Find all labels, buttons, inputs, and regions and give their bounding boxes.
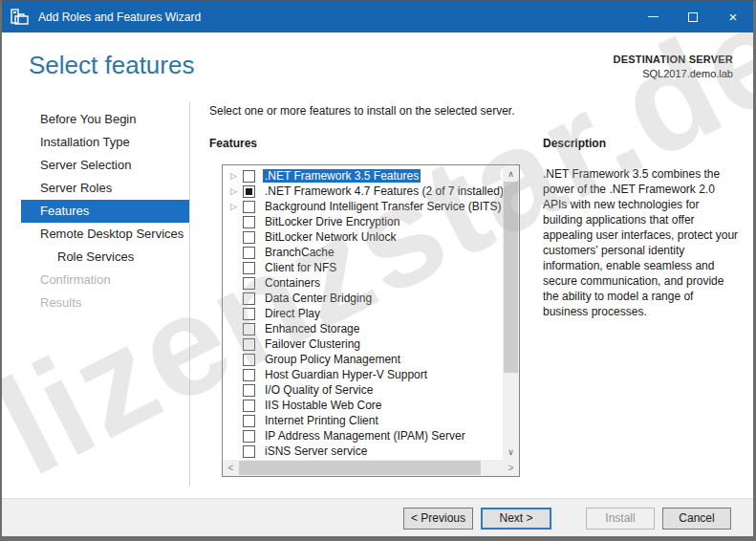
- expand-icon[interactable]: ▷: [227, 202, 240, 211]
- vertical-scrollbar[interactable]: ∧ ∨: [503, 165, 519, 460]
- sidebar-divider: [189, 102, 190, 487]
- description-heading: Description: [543, 137, 741, 150]
- feature-row-direct-play[interactable]: Direct Play: [223, 306, 503, 321]
- feature-label: BitLocker Drive Encryption: [263, 215, 401, 228]
- features-list: ▷.NET Framework 3.5 Features▷.NET Framew…: [223, 165, 503, 460]
- wizard-steps-sidebar: Before You BeginInstallation TypeServer …: [21, 108, 189, 314]
- feature-checkbox[interactable]: [243, 185, 255, 198]
- feature-label: Internet Printing Client: [263, 414, 380, 427]
- feature-label: Containers: [263, 276, 322, 290]
- description-body: .NET Framework 3.5 combines the power of…: [543, 166, 741, 319]
- feature-row-host-guardian-hyper-v-support[interactable]: Host Guardian Hyper-V Support: [223, 367, 503, 382]
- horizontal-scrollbar-thumb[interactable]: [239, 461, 481, 475]
- instruction-text: Select one or more features to install o…: [209, 104, 515, 118]
- feature-checkbox[interactable]: [243, 292, 255, 305]
- sidebar-item-role-services[interactable]: Role Services: [21, 246, 189, 269]
- feature-row-net-framework-4-7-features-2-of-7-installed[interactable]: ▷.NET Framework 4.7 Features (2 of 7 ins…: [223, 184, 503, 199]
- feature-label: .NET Framework 4.7 Features (2 of 7 inst…: [263, 184, 503, 198]
- scroll-left-icon[interactable]: <: [223, 460, 239, 476]
- minimize-button[interactable]: [633, 1, 673, 32]
- wizard-window: Add Roles and Features Wizard × Select f…: [0, 0, 756, 541]
- feature-row-internet-printing-client[interactable]: Internet Printing Client: [223, 413, 503, 428]
- feature-checkbox[interactable]: [243, 445, 255, 458]
- features-listbox: ▷.NET Framework 3.5 Features▷.NET Framew…: [222, 164, 520, 477]
- feature-row-branchcache[interactable]: BranchCache: [223, 245, 503, 260]
- feature-row-data-center-bridging[interactable]: Data Center Bridging: [223, 291, 503, 306]
- scroll-up-icon[interactable]: ∧: [503, 165, 519, 182]
- cancel-button[interactable]: Cancel: [662, 508, 731, 530]
- feature-label: BranchCache: [263, 246, 336, 259]
- feature-checkbox[interactable]: [243, 247, 255, 259]
- feature-row-enhanced-storage[interactable]: Enhanced Storage: [223, 321, 503, 336]
- sidebar-item-installation-type[interactable]: Installation Type: [21, 131, 189, 154]
- destination-server-name: SQL2017.demo.lab: [614, 68, 733, 79]
- feature-row-i-o-quality-of-service[interactable]: I/O Quality of Service: [223, 382, 503, 398]
- feature-row-ip-address-management-ipam-server[interactable]: IP Address Management (IPAM) Server: [223, 428, 503, 444]
- sidebar-item-confirmation: Confirmation: [21, 269, 189, 292]
- sidebar-item-features[interactable]: Features: [21, 200, 189, 223]
- feature-row-client-for-nfs[interactable]: Client for NFS: [223, 260, 503, 275]
- feature-checkbox[interactable]: [243, 277, 255, 290]
- feature-checkbox[interactable]: [243, 415, 255, 427]
- feature-row-iis-hostable-web-core[interactable]: IIS Hostable Web Core: [223, 398, 503, 413]
- next-button[interactable]: Next >: [481, 508, 551, 530]
- sidebar-item-remote-desktop-services[interactable]: Remote Desktop Services: [21, 223, 189, 246]
- feature-checkbox[interactable]: [243, 323, 255, 335]
- feature-row-background-intelligent-transfer-service-bits[interactable]: ▷Background Intelligent Transfer Service…: [223, 199, 503, 214]
- feature-label: IIS Hostable Web Core: [263, 399, 384, 412]
- install-button: Install: [586, 508, 655, 530]
- feature-checkbox[interactable]: [243, 354, 255, 366]
- expand-icon[interactable]: ▷: [227, 186, 240, 196]
- maximize-icon: [688, 12, 698, 22]
- feature-checkbox[interactable]: [243, 170, 255, 183]
- feature-checkbox[interactable]: [243, 369, 255, 381]
- expand-icon[interactable]: ▷: [227, 171, 240, 181]
- feature-label: Data Center Bridging: [263, 292, 374, 305]
- feature-checkbox[interactable]: [243, 430, 255, 443]
- feature-row-containers[interactable]: Containers: [223, 275, 503, 291]
- horizontal-scrollbar[interactable]: < >: [223, 460, 519, 476]
- feature-label: I/O Quality of Service: [263, 383, 375, 397]
- wizard-footer: < PreviousNext >InstallCancel: [2, 498, 753, 536]
- feature-checkbox[interactable]: [243, 384, 255, 397]
- feature-checkbox[interactable]: [243, 201, 255, 213]
- feature-row-group-policy-management[interactable]: Group Policy Management: [223, 352, 503, 367]
- scroll-right-icon[interactable]: >: [503, 460, 519, 476]
- destination-server-block: DESTINATION SERVER SQL2017.demo.lab: [614, 54, 733, 79]
- feature-row-net-framework-3-5-features[interactable]: ▷.NET Framework 3.5 Features: [223, 168, 503, 184]
- feature-label: Client for NFS: [263, 261, 338, 274]
- feature-row-bitlocker-network-unlock[interactable]: BitLocker Network Unlock: [223, 229, 503, 245]
- feature-checkbox[interactable]: [243, 308, 255, 320]
- vertical-scrollbar-thumb[interactable]: [504, 182, 518, 373]
- page-title: Select features: [29, 51, 194, 80]
- feature-checkbox[interactable]: [243, 216, 255, 228]
- sidebar-item-before-you-begin[interactable]: Before You Begin: [21, 108, 189, 131]
- minimize-icon: [648, 16, 659, 17]
- sidebar-item-results: Results: [21, 292, 189, 314]
- server-manager-icon: [11, 9, 30, 26]
- feature-label: .NET Framework 3.5 Features: [263, 169, 421, 183]
- close-button[interactable]: ×: [713, 1, 753, 32]
- window-title: Add Roles and Features Wizard: [38, 11, 201, 24]
- feature-label: Failover Clustering: [263, 337, 362, 351]
- feature-label: Background Intelligent Transfer Service …: [263, 200, 503, 213]
- feature-label: BitLocker Network Unlock: [263, 230, 398, 244]
- maximize-button[interactable]: [673, 1, 713, 32]
- feature-checkbox[interactable]: [243, 231, 255, 244]
- sidebar-item-server-roles[interactable]: Server Roles: [21, 177, 189, 200]
- feature-row-isns-server-service[interactable]: iSNS Server service: [223, 444, 503, 459]
- features-list-label: Features: [209, 137, 257, 150]
- feature-checkbox[interactable]: [243, 400, 255, 412]
- feature-checkbox[interactable]: [243, 262, 255, 274]
- description-panel: Description .NET Framework 3.5 combines …: [543, 137, 741, 319]
- titlebar: Add Roles and Features Wizard ×: [2, 1, 753, 32]
- previous-button[interactable]: < Previous: [403, 508, 473, 530]
- feature-label: Enhanced Storage: [263, 322, 361, 335]
- feature-label: Host Guardian Hyper-V Support: [263, 368, 429, 381]
- feature-label: iSNS Server service: [263, 444, 369, 458]
- feature-row-failover-clustering[interactable]: Failover Clustering: [223, 336, 503, 352]
- scroll-down-icon[interactable]: ∨: [503, 444, 519, 460]
- feature-row-bitlocker-drive-encryption[interactable]: BitLocker Drive Encryption: [223, 214, 503, 229]
- sidebar-item-server-selection[interactable]: Server Selection: [21, 154, 189, 177]
- feature-checkbox[interactable]: [243, 338, 255, 351]
